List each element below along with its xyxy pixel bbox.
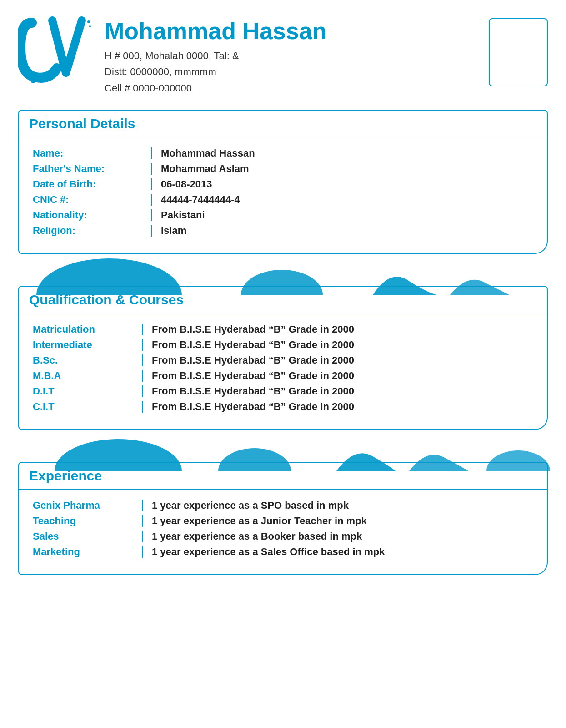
qualification-rows: Matriculation From B.I.S.E Hyderabad “B”… bbox=[33, 324, 533, 413]
qual-divider bbox=[142, 401, 143, 413]
exp-label: Genix Pharma bbox=[33, 500, 142, 511]
detail-divider bbox=[151, 163, 152, 175]
detail-divider bbox=[151, 225, 152, 237]
detail-label: CNIC #: bbox=[33, 194, 151, 206]
deco-svg-2 bbox=[18, 430, 555, 471]
personal-detail-row: Father's Name: Mohammad Aslam bbox=[33, 163, 533, 175]
svg-point-3 bbox=[89, 25, 91, 27]
personal-detail-row: Religion: Islam bbox=[33, 225, 533, 237]
qual-value: From B.I.S.E Hyderabad “B” Grade in 2000 bbox=[152, 385, 354, 397]
exp-value: 1 year experience as a Junior Teacher in… bbox=[152, 515, 367, 527]
svg-point-6 bbox=[55, 439, 182, 471]
detail-value: 44444-7444444-4 bbox=[161, 194, 240, 206]
deco-svg-1 bbox=[18, 254, 555, 295]
qual-row: B.Sc. From B.I.S.E Hyderabad “B” Grade i… bbox=[33, 354, 533, 366]
qual-divider bbox=[142, 339, 143, 351]
personal-detail-row: Name: Mohammad Hassan bbox=[33, 147, 533, 159]
qual-label: Matriculation bbox=[33, 324, 142, 335]
personal-detail-row: Date of Birth: 06-08-2013 bbox=[33, 178, 533, 190]
qualification-body: Matriculation From B.I.S.E Hyderabad “B”… bbox=[18, 313, 548, 430]
detail-divider bbox=[151, 178, 152, 190]
detail-value: Pakistani bbox=[161, 209, 205, 221]
qual-divider bbox=[142, 370, 143, 382]
personal-details-section: Personal Details Name: Mohammad Hassan F… bbox=[18, 110, 548, 254]
experience-body: Genix Pharma 1 year experience as a SPO … bbox=[18, 489, 548, 575]
exp-row: Sales 1 year experience as a Booker base… bbox=[33, 531, 533, 542]
photo-placeholder bbox=[489, 18, 548, 86]
exp-label: Teaching bbox=[33, 515, 142, 527]
detail-label: Nationality: bbox=[33, 209, 151, 221]
qual-divider bbox=[142, 354, 143, 366]
exp-value: 1 year experience as a SPO based in mpk bbox=[152, 500, 349, 511]
svg-point-0 bbox=[31, 79, 35, 83]
qual-label: Intermediate bbox=[33, 339, 142, 351]
svg-point-7 bbox=[218, 448, 291, 471]
qual-label: D.I.T bbox=[33, 385, 142, 397]
logo-area bbox=[18, 14, 100, 86]
svg-point-4 bbox=[36, 258, 182, 295]
exp-label: Marketing bbox=[33, 546, 142, 558]
qual-label: C.I.T bbox=[33, 401, 142, 413]
exp-label: Sales bbox=[33, 531, 142, 542]
qual-value: From B.I.S.E Hyderabad “B” Grade in 2000 bbox=[152, 339, 354, 351]
exp-divider bbox=[142, 500, 143, 511]
personal-details-header: Personal Details bbox=[18, 110, 548, 137]
exp-divider bbox=[142, 546, 143, 558]
detail-value: Islam bbox=[161, 225, 186, 237]
cv-logo-icon bbox=[18, 14, 91, 84]
detail-label: Date of Birth: bbox=[33, 178, 151, 190]
exp-row: Genix Pharma 1 year experience as a SPO … bbox=[33, 500, 533, 511]
header-info: Mohammad Hassan H # 000, Mohalah 0000, T… bbox=[100, 14, 489, 96]
qual-row: M.B.A From B.I.S.E Hyderabad “B” Grade i… bbox=[33, 370, 533, 382]
detail-value: Mohammad Hassan bbox=[161, 147, 255, 159]
personal-details-rows: Name: Mohammad Hassan Father's Name: Moh… bbox=[33, 147, 533, 237]
qual-value: From B.I.S.E Hyderabad “B” Grade in 2000 bbox=[152, 401, 354, 413]
detail-divider bbox=[151, 194, 152, 206]
qual-label: B.Sc. bbox=[33, 354, 142, 366]
qual-row: Matriculation From B.I.S.E Hyderabad “B”… bbox=[33, 324, 533, 335]
qualification-section: Qualification & Courses Matriculation Fr… bbox=[18, 286, 548, 430]
deco-blob-1 bbox=[18, 254, 548, 286]
personal-detail-row: Nationality: Pakistani bbox=[33, 209, 533, 221]
personal-details-title: Personal Details bbox=[29, 116, 135, 131]
qual-row: C.I.T From B.I.S.E Hyderabad “B” Grade i… bbox=[33, 401, 533, 413]
header-section: Mohammad Hassan H # 000, Mohalah 0000, T… bbox=[18, 14, 548, 96]
deco-blob-2 bbox=[18, 430, 548, 462]
detail-label: Name: bbox=[33, 147, 151, 159]
exp-divider bbox=[142, 531, 143, 542]
detail-divider bbox=[151, 209, 152, 221]
exp-row: Marketing 1 year experience as a Sales O… bbox=[33, 546, 533, 558]
qual-divider bbox=[142, 385, 143, 397]
experience-rows: Genix Pharma 1 year experience as a SPO … bbox=[33, 500, 533, 558]
exp-value: 1 year experience as a Booker based in m… bbox=[152, 531, 362, 542]
qual-label: M.B.A bbox=[33, 370, 142, 382]
detail-label: Father's Name: bbox=[33, 163, 151, 175]
qual-row: Intermediate From B.I.S.E Hyderabad “B” … bbox=[33, 339, 533, 351]
detail-label: Religion: bbox=[33, 225, 151, 237]
detail-value: Mohammad Aslam bbox=[161, 163, 249, 175]
qual-value: From B.I.S.E Hyderabad “B” Grade in 2000 bbox=[152, 324, 354, 335]
svg-point-5 bbox=[241, 270, 323, 295]
qual-divider bbox=[142, 324, 143, 335]
personal-detail-row: CNIC #: 44444-7444444-4 bbox=[33, 194, 533, 206]
exp-divider bbox=[142, 515, 143, 527]
exp-value: 1 year experience as a Sales Office base… bbox=[152, 546, 385, 558]
resume-page: Mohammad Hassan H # 000, Mohalah 0000, T… bbox=[0, 0, 566, 728]
qual-value: From B.I.S.E Hyderabad “B” Grade in 2000 bbox=[152, 354, 354, 366]
exp-row: Teaching 1 year experience as a Junior T… bbox=[33, 515, 533, 527]
detail-value: 06-08-2013 bbox=[161, 178, 212, 190]
svg-point-8 bbox=[486, 450, 550, 471]
qual-row: D.I.T From B.I.S.E Hyderabad “B” Grade i… bbox=[33, 385, 533, 397]
qual-value: From B.I.S.E Hyderabad “B” Grade in 2000 bbox=[152, 370, 354, 382]
detail-divider bbox=[151, 147, 152, 159]
candidate-name: Mohammad Hassan bbox=[105, 18, 489, 44]
experience-section: Experience Genix Pharma 1 year experienc… bbox=[18, 462, 548, 575]
header-address: H # 000, Mohalah 0000, Tal: & Distt: 000… bbox=[105, 48, 489, 96]
svg-point-1 bbox=[87, 20, 90, 23]
personal-details-body: Name: Mohammad Hassan Father's Name: Moh… bbox=[18, 137, 548, 254]
